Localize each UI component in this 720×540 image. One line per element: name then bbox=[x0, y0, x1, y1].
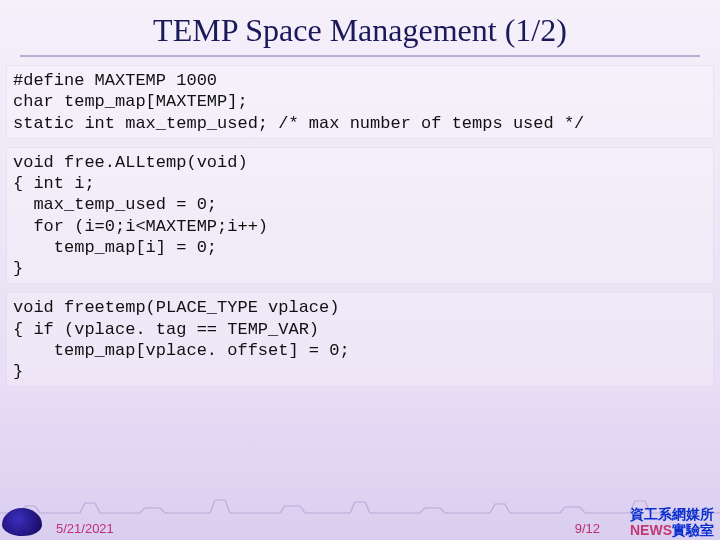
footer-skyline-decoration bbox=[0, 488, 720, 518]
footer-page-number: 9/12 bbox=[575, 521, 600, 536]
footer-logo-icon bbox=[2, 508, 42, 536]
footer-date: 5/21/2021 bbox=[56, 521, 114, 536]
footer-bar: 5/21/2021 9/12 資工系網媒所 NEWS實驗室 bbox=[0, 516, 720, 540]
code-block-2: void free.ALLtemp(void) { int i; max_tem… bbox=[6, 147, 714, 285]
code-block-3: void freetemp(PLACE_TYPE vplace) { if (v… bbox=[6, 292, 714, 387]
slide-title: TEMP Space Management (1/2) bbox=[20, 0, 700, 57]
footer-lab-rest: 實驗室 bbox=[672, 522, 714, 538]
footer-lab-news: NEWS bbox=[630, 522, 672, 538]
footer-lab-line1: 資工系網媒所 bbox=[630, 506, 714, 522]
code-block-1: #define MAXTEMP 1000 char temp_map[MAXTE… bbox=[6, 65, 714, 139]
footer-lab-label: 資工系網媒所 NEWS實驗室 bbox=[630, 506, 714, 538]
footer-lab-line2: NEWS實驗室 bbox=[630, 522, 714, 538]
